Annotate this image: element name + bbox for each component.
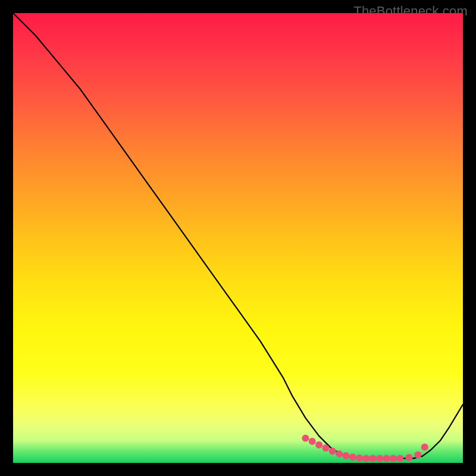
highlight-dot: [376, 455, 383, 462]
highlight-dot: [302, 434, 309, 441]
highlight-dot: [414, 451, 421, 458]
highlight-dot: [396, 455, 403, 462]
highlight-dot: [369, 455, 377, 462]
highlight-dot: [322, 444, 329, 452]
bottleneck-curve: [13, 13, 463, 458]
highlight-dot: [362, 455, 369, 462]
plot-area: [13, 13, 463, 463]
highlight-dot: [315, 441, 322, 449]
highlight-dot: [405, 454, 412, 461]
highlight-dot: [390, 455, 397, 462]
highlight-dot: [336, 450, 343, 458]
highlight-dot: [329, 447, 336, 455]
curve-svg: [13, 13, 463, 463]
highlight-dot: [356, 455, 363, 462]
highlight-dot: [421, 444, 428, 451]
chart-container: TheBottleneck.com: [0, 0, 476, 476]
highlight-dot: [383, 455, 390, 462]
highlight-dot: [342, 452, 349, 459]
highlight-dot: [309, 438, 316, 445]
highlight-dot: [349, 453, 356, 461]
